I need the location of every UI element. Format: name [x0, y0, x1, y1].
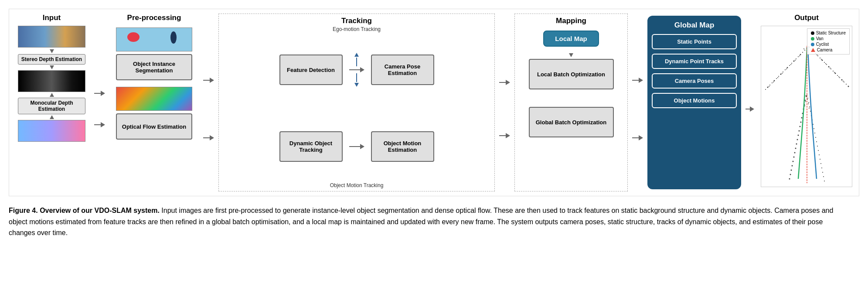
svg-point-79 — [796, 143, 797, 145]
svg-point-3 — [802, 52, 803, 53]
ego-motion-label: Ego-motion Tracking — [223, 26, 490, 32]
svg-point-49 — [782, 73, 783, 74]
local-map-box: Local Map — [543, 31, 599, 47]
svg-point-91 — [791, 170, 792, 171]
svg-point-33 — [769, 85, 770, 85]
arrow-up-1 — [50, 93, 54, 97]
connector-5 — [743, 27, 756, 191]
svg-point-96 — [824, 181, 825, 181]
svg-point-25 — [778, 76, 779, 77]
output-legend: Static Structure Van Cyclist Camera — [807, 28, 850, 55]
camera-pose-box: Camera Pose Estimation — [371, 55, 434, 85]
svg-point-14 — [822, 60, 823, 61]
arrow-down-1 — [50, 49, 54, 53]
svg-point-48 — [825, 63, 826, 64]
svg-point-46 — [821, 59, 822, 60]
point-cloud-viz: Static Structure Van Cyclist Camera — [761, 26, 852, 187]
connector-4 — [630, 27, 645, 191]
arrow-up-2 — [50, 115, 54, 119]
svg-point-28 — [837, 75, 838, 76]
svg-point-92 — [822, 172, 823, 173]
svg-point-71 — [800, 126, 801, 127]
svg-point-77 — [797, 139, 798, 140]
svg-point-47 — [786, 68, 787, 69]
svg-point-29 — [774, 80, 775, 82]
mapping-title: Mapping — [556, 17, 586, 25]
seg-thumb — [116, 27, 192, 51]
svg-point-58 — [807, 98, 808, 99]
svg-point-103 — [809, 108, 810, 109]
svg-point-21 — [783, 72, 783, 72]
svg-point-1 — [804, 50, 805, 51]
svg-point-62 — [809, 106, 810, 107]
svg-point-95 — [789, 178, 790, 180]
street-image-2 — [18, 120, 85, 142]
svg-point-101 — [808, 103, 809, 104]
depth-image — [18, 70, 85, 92]
dynamic-obj-box: Dynamic Object Tracking — [279, 131, 343, 162]
svg-point-10 — [817, 55, 818, 56]
svg-point-69 — [800, 122, 802, 123]
svg-point-5 — [800, 54, 801, 55]
svg-point-23 — [780, 74, 782, 75]
svg-point-41 — [799, 55, 800, 56]
svg-point-34 — [844, 82, 844, 82]
diagram-wrapper: Input Stereo Depth Estimation Monocular … — [9, 9, 859, 196]
optical-flow-box: Optical Flow Estimation — [116, 113, 192, 140]
svg-point-89 — [792, 165, 793, 167]
svg-point-81 — [795, 148, 797, 149]
feature-detection-box: Feature Detection — [279, 55, 343, 85]
svg-point-56 — [843, 81, 844, 82]
svg-point-12 — [820, 58, 820, 58]
static-points-item: Static Points — [652, 34, 737, 49]
svg-point-74 — [814, 133, 815, 133]
svg-point-18 — [826, 64, 827, 65]
svg-point-9 — [796, 58, 797, 59]
svg-point-26 — [835, 73, 836, 74]
svg-point-75 — [798, 135, 799, 136]
obj-seg-box: Object Instance Segmentation — [116, 54, 192, 80]
svg-point-80 — [817, 146, 818, 147]
svg-point-87 — [793, 161, 794, 162]
svg-point-52 — [834, 72, 835, 73]
svg-point-37 — [765, 89, 766, 90]
svg-point-39 — [803, 48, 804, 49]
street-image — [18, 26, 85, 48]
svg-point-36 — [846, 84, 847, 85]
svg-point-27 — [776, 78, 777, 79]
svg-point-72 — [814, 128, 814, 129]
stereo-depth-box: Stereo Depth Estimation — [18, 54, 85, 65]
input-title: Input — [43, 14, 61, 22]
svg-point-13 — [791, 63, 792, 64]
svg-point-51 — [777, 77, 778, 78]
output-title: Output — [794, 14, 819, 22]
svg-point-85 — [793, 157, 795, 158]
mono-depth-box: Monocular Depth Estimation — [18, 98, 85, 114]
svg-point-38 — [848, 86, 849, 87]
svg-point-15 — [789, 65, 790, 66]
global-map-section: Global Map Static Points Dynamic Point T… — [647, 16, 741, 189]
global-batch-box: Global Batch Optimization — [529, 107, 614, 137]
svg-point-35 — [767, 87, 769, 88]
legend-static: Static Structure — [811, 31, 846, 35]
caption: Figure 4. Overview of our VDO-SLAM syste… — [9, 205, 837, 239]
connector-2 — [201, 27, 216, 191]
legend-camera: Camera — [811, 48, 846, 52]
svg-point-17 — [787, 67, 788, 68]
connector-3 — [497, 27, 512, 191]
svg-point-32 — [841, 79, 843, 81]
svg-point-20 — [828, 66, 830, 68]
svg-point-11 — [793, 61, 795, 62]
svg-point-50 — [830, 68, 831, 68]
svg-point-16 — [824, 62, 825, 63]
svg-point-22 — [831, 68, 831, 69]
input-section: Input Stereo Depth Estimation Monocular … — [11, 14, 92, 191]
svg-point-24 — [833, 71, 834, 72]
svg-point-44 — [817, 55, 817, 55]
svg-point-82 — [818, 150, 819, 151]
svg-point-60 — [808, 102, 809, 103]
tracking-section: Tracking Ego-motion Tracking Feature Det… — [218, 14, 495, 191]
tracking-row-2: Dynamic Object Tracking Object Motion Es… — [223, 113, 490, 181]
dynamic-point-tracks-item: Dynamic Point Tracks — [652, 54, 737, 69]
object-motions-item: Object Motions — [652, 93, 737, 108]
